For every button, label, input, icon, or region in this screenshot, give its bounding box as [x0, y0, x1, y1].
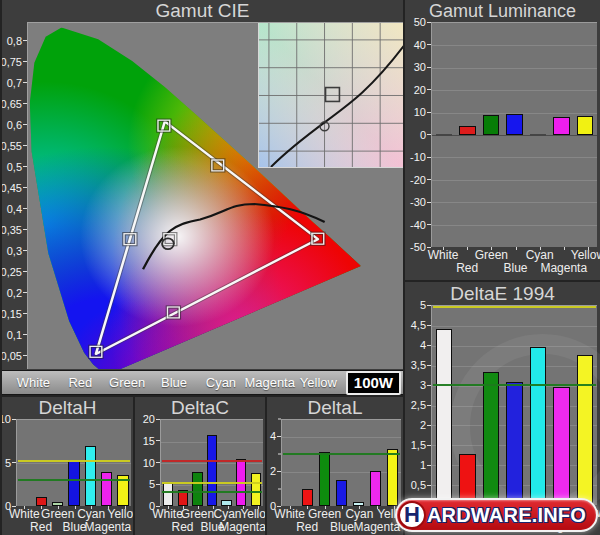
bar-magenta [101, 472, 112, 506]
y-tick-label: 40 [414, 39, 431, 51]
delta-h-title: DeltaH [2, 397, 133, 419]
cie-y-tick-label: 0,5 [7, 161, 27, 173]
zero-line [432, 135, 597, 136]
cie-y-tick-label: 0,65 [2, 98, 27, 110]
x-label-red: Red [296, 520, 318, 534]
x-label-magenta: Magenta [85, 520, 132, 534]
y-tick-label: 5 [149, 478, 160, 490]
bar-green [483, 115, 500, 135]
calibration-report: Gamut CIE 0,80,750,70,650,60,550,50,450,… [0, 0, 600, 535]
cie-y-tick-label: 0,4 [7, 203, 27, 215]
y-tick-label: 2 [420, 419, 431, 431]
x-label-magenta: Magenta [353, 520, 400, 534]
reference-line [162, 460, 262, 462]
cie-y-tick-label: 0,35 [2, 224, 27, 236]
x-label-blue: Blue [503, 261, 527, 275]
gridline [432, 326, 597, 327]
y-tick-label: 10 [2, 413, 16, 425]
legend-label-cyan: Cyan [198, 375, 245, 390]
hardware-info-logo: H ARDWARE.INFO [395, 498, 598, 532]
y-tick-label: 0,5 [411, 479, 431, 491]
legend-label-white: White [10, 375, 57, 390]
bar-yellow [387, 449, 399, 506]
y-tick-label: -30 [410, 196, 431, 208]
cie-y-tick-label: 0,7 [7, 77, 27, 89]
legend-label-red: Red [57, 375, 104, 390]
bar-white [436, 329, 453, 505]
reference-line [18, 479, 130, 481]
white-point-inset-zoom [258, 23, 403, 168]
bar-cyan [353, 502, 365, 506]
gridline [282, 472, 401, 473]
reference-line [433, 306, 596, 308]
reference-line [162, 482, 262, 484]
bar-red [459, 126, 476, 135]
cie-y-tick-label: 0,25 [2, 266, 27, 278]
cie-y-axis: 0,80,750,70,650,60,550,50,450,40,350,30,… [2, 22, 27, 369]
cie-y-tick-label: 0,45 [2, 182, 27, 194]
bar-cyan [530, 134, 547, 136]
delta-l-panel: DeltaL 024 WhiteRedGreenBlueCyanMagentaY… [267, 397, 403, 535]
gamut-luminance-panel: Gamut Luminance -50-40-30-20-10010203040… [405, 0, 600, 280]
plot-area [431, 22, 597, 247]
bar-yellow [577, 116, 594, 135]
x-label-cyan: Cyan [526, 248, 554, 262]
reference-line [283, 453, 400, 455]
x-axis-labels: WhiteRedGreenBlueCyanMagentaYellow [281, 506, 403, 534]
bar-green [483, 372, 500, 505]
cie-y-tick-label: 0,2 [7, 287, 27, 299]
x-tick [516, 247, 517, 250]
power-badge[interactable]: 100W [346, 371, 401, 395]
gridline [432, 180, 597, 181]
y-tick-label: 15 [143, 435, 160, 447]
x-label-magenta: Magenta [219, 520, 265, 534]
x-label-yellow: Yellow [571, 248, 600, 262]
y-axis: 0510 [2, 419, 16, 506]
gridline [432, 225, 597, 226]
x-label-red: Red [456, 261, 478, 275]
logo-h-circle: H [398, 501, 426, 529]
x-label-white: White [428, 248, 459, 262]
cie-y-tick-label: 0,8 [7, 35, 27, 47]
cie-y-tick-label: 0,15 [2, 308, 27, 320]
plot-area [431, 305, 597, 505]
y-tick-label: 4 [270, 430, 281, 442]
legend-label-magenta: Magenta [244, 375, 295, 390]
bar-cyan [85, 446, 96, 506]
bar-blue [68, 460, 79, 506]
y-tick-label: 10 [143, 457, 160, 469]
delta-l-title: DeltaL [267, 397, 403, 419]
cie-y-tick-label: 0,75 [2, 56, 27, 68]
bar-cyan [221, 500, 231, 506]
cie-y-tick-label: 0,3 [7, 245, 27, 257]
x-label-cyan: Cyan [213, 507, 241, 521]
bar-magenta [553, 117, 570, 135]
x-label-white: White [152, 507, 183, 521]
y-tick-label: 10 [414, 106, 431, 118]
plot-area [16, 419, 131, 506]
x-tick [342, 506, 343, 509]
x-label-yellow: Yellow [108, 507, 133, 521]
y-tick-label: 20 [143, 413, 160, 425]
x-label-green: Green [41, 507, 74, 521]
gamut-luminance-title: Gamut Luminance [405, 0, 600, 22]
y-tick-label: 2 [270, 465, 281, 477]
x-label-white: White [274, 507, 305, 521]
bar-red [36, 497, 47, 506]
x-tick [75, 506, 76, 509]
y-tick-label: -10 [410, 151, 431, 163]
x-label-white: White [9, 507, 40, 521]
x-label-red: Red [30, 520, 52, 534]
x-label-blue: Blue [62, 520, 86, 534]
y-tick-label: 50 [414, 16, 431, 28]
bar-green [192, 472, 202, 506]
legend-label-green: Green [104, 375, 151, 390]
y-tick-label: 3,5 [411, 359, 431, 371]
x-axis-labels: WhiteRedGreenBlueCyanMagentaYellow [16, 506, 133, 534]
plot-area [281, 419, 401, 506]
y-axis: -50-40-30-20-1001020304050 [405, 22, 431, 247]
x-label-green: Green [181, 507, 214, 521]
y-tick-label: 5 [5, 457, 16, 469]
bar-blue [336, 480, 348, 506]
gamut-cie-panel: Gamut CIE 0,80,750,70,650,60,550,50,450,… [2, 0, 403, 370]
